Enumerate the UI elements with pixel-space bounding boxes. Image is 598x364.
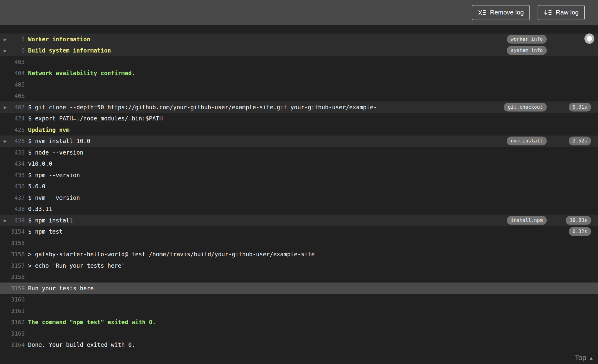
line-number[interactable]: 435 [14, 172, 25, 178]
line-gutter: 3157 [0, 262, 25, 269]
line-gutter: 425 [0, 126, 25, 133]
line-number[interactable]: 438 [14, 206, 25, 212]
line-gutter: ▶1 [0, 36, 25, 43]
line-gutter: ▶426 [0, 138, 25, 144]
log-line: ▶1Worker informationworker_info [0, 34, 598, 45]
line-number[interactable]: 407 [14, 104, 25, 110]
log-line: 437$ nvm --version [0, 192, 598, 203]
toolbar: Remove log Raw log [0, 0, 598, 25]
line-gutter: 403 [0, 59, 25, 65]
line-number[interactable]: 434 [14, 160, 25, 167]
line-gutter: 436 [0, 183, 25, 190]
line-number[interactable]: 439 [14, 217, 25, 224]
log-line: 435$ npm --version [0, 169, 598, 181]
log-line: 3154$ npm test0.32s [0, 226, 598, 238]
line-number[interactable]: 403 [14, 59, 25, 65]
log-line: 424$ export PATH=./node_modules/.bin:$PA… [0, 113, 598, 124]
remove-log-icon [478, 9, 486, 16]
log-text: v10.0.0 [28, 160, 52, 167]
line-gutter: 433 [0, 149, 25, 156]
log-text: Build system information [28, 47, 111, 54]
log-text: 5.6.0 [28, 183, 45, 190]
fold-arrow-icon[interactable]: ▶ [4, 48, 7, 53]
line-gutter: 3156 [0, 251, 25, 257]
line-number[interactable]: 3164 [11, 341, 25, 348]
line-number[interactable]: 3160 [11, 296, 25, 303]
line-number[interactable]: 3155 [11, 240, 25, 246]
log-text: $ npm --version [28, 172, 80, 178]
line-number[interactable]: 425 [14, 126, 25, 133]
line-number[interactable]: 436 [14, 183, 25, 190]
log-line: 433$ node --version [0, 147, 598, 158]
line-number[interactable]: 3162 [11, 319, 25, 325]
section-badge: system_info [507, 46, 547, 55]
fold-arrow-icon[interactable]: ▶ [4, 139, 7, 143]
line-number[interactable]: 404 [14, 70, 25, 76]
line-gutter: 3162 [0, 319, 25, 325]
line-gutter: 3154 [0, 228, 25, 235]
line-number[interactable]: 3156 [11, 251, 25, 257]
line-gutter: 3160 [0, 296, 25, 303]
fold-arrow-icon[interactable]: ▶ [4, 105, 7, 109]
line-gutter: 3164 [0, 341, 25, 348]
log-line: 4380.33.11 [0, 203, 598, 215]
fold-arrow-icon[interactable]: ▶ [4, 218, 7, 222]
log-text: Done. Your build exited with 0. [28, 341, 135, 348]
duration-badge: 2.52s [569, 137, 591, 145]
line-gutter: 437 [0, 194, 25, 201]
line-gutter: ▶6 [0, 47, 25, 54]
line-number[interactable]: 3157 [11, 262, 25, 269]
raw-log-label: Raw log [556, 9, 579, 16]
line-gutter: 3161 [0, 308, 25, 314]
line-gutter: 434 [0, 160, 25, 167]
log-text: > gatsby-starter-hello-world@ test /home… [28, 251, 315, 257]
line-gutter: 406 [0, 92, 25, 99]
build-log: ▶1Worker informationworker_info▶6Build s… [0, 25, 598, 350]
line-gutter: ▶407 [0, 104, 25, 110]
line-gutter: 3158 [0, 273, 25, 280]
line-number[interactable]: 406 [14, 92, 25, 99]
line-gutter: 424 [0, 115, 25, 122]
log-line: 4365.6.0 [0, 181, 598, 192]
duration-badge: 19.83s [566, 216, 591, 225]
log-line: 3156> gatsby-starter-hello-world@ test /… [0, 249, 598, 260]
line-gutter: 405 [0, 81, 25, 88]
log-line: ▶426$ nvm install 10.0nvm.install2.52s [0, 136, 598, 147]
log-text: $ export PATH=./node_modules/.bin:$PATH [28, 115, 163, 122]
line-number[interactable]: 1 [21, 36, 25, 43]
back-to-top-link[interactable]: Top ▲ [575, 353, 593, 362]
line-gutter: 3155 [0, 240, 25, 246]
line-number[interactable]: 3159 [11, 285, 25, 292]
fold-arrow-icon[interactable]: ▶ [4, 37, 7, 41]
line-number[interactable]: 437 [14, 194, 25, 201]
log-text: Updating nvm [28, 126, 69, 133]
log-line: ▶407$ git clone --depth=50 https://githu… [0, 101, 598, 113]
log-text: > echo 'Run your tests here' [28, 262, 125, 269]
log-line: 3155 [0, 237, 598, 249]
log-text: Run your tests here [28, 285, 94, 292]
line-number[interactable]: 426 [14, 138, 25, 144]
log-text: $ node --version [28, 149, 83, 156]
line-number[interactable]: 3163 [11, 330, 25, 337]
log-line: 3162The command "npm test" exited with 0… [0, 317, 598, 328]
remove-log-button[interactable]: Remove log [472, 5, 530, 20]
line-gutter: 435 [0, 172, 25, 178]
line-number[interactable]: 3154 [11, 228, 25, 235]
log-line: 3163 [0, 328, 598, 339]
raw-log-button[interactable]: Raw log [538, 5, 585, 20]
line-number[interactable]: 3158 [11, 273, 25, 280]
log-line: 3161 [0, 305, 598, 317]
log-line: 3164Done. Your build exited with 0. [0, 339, 598, 351]
line-number[interactable]: 433 [14, 149, 25, 156]
line-gutter: 3163 [0, 330, 25, 337]
line-number[interactable]: 6 [21, 47, 25, 54]
line-number[interactable]: 3161 [11, 308, 25, 314]
log-line: 3158 [0, 271, 598, 283]
line-number[interactable]: 424 [14, 115, 25, 122]
line-number[interactable]: 405 [14, 81, 25, 88]
log-line: ▶6Build system informationsystem_info [0, 45, 598, 56]
log-line: 425Updating nvm [0, 124, 598, 136]
scroll-indicator[interactable] [584, 34, 594, 44]
log-text: $ npm test [28, 228, 62, 235]
up-arrow-icon: ▲ [589, 355, 593, 361]
